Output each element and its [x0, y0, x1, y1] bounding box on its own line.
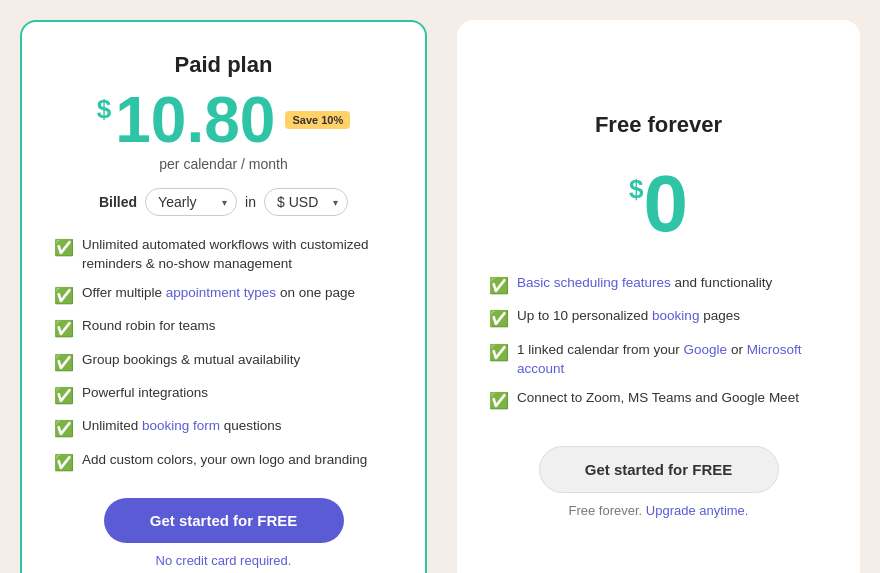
microsoft-link[interactable]: Microsoft account: [517, 342, 801, 376]
paid-price-amount: 10.80: [115, 88, 275, 152]
billed-label: Billed: [99, 194, 137, 210]
plans-container: Paid plan $ 10.80 Save 10% per calendar …: [20, 20, 860, 573]
check-icon: ✅: [54, 452, 74, 474]
billing-select-wrapper[interactable]: Monthly Yearly ▾: [145, 188, 237, 216]
list-item: ✅ Unlimited automated workflows with cus…: [54, 236, 393, 274]
list-item: ✅ Add custom colors, your own logo and b…: [54, 451, 393, 474]
list-item: ✅ Up to 10 personalized booking pages: [489, 307, 828, 330]
feature-text: Up to 10 personalized booking pages: [517, 307, 740, 326]
feature-text: 1 linked calendar from your Google or Mi…: [517, 341, 828, 379]
booking-form-link[interactable]: booking form: [142, 418, 220, 433]
check-icon: ✅: [54, 418, 74, 440]
check-icon: ✅: [54, 285, 74, 307]
check-icon: ✅: [489, 390, 509, 412]
check-icon: ✅: [54, 318, 74, 340]
check-icon: ✅: [54, 237, 74, 259]
feature-text: Add custom colors, your own logo and bra…: [82, 451, 367, 470]
upgrade-link[interactable]: Upgrade anytime.: [646, 503, 749, 518]
check-icon: ✅: [489, 308, 509, 330]
feature-text: Group bookings & mutual availability: [82, 351, 300, 370]
free-currency-symbol: $: [629, 174, 643, 205]
paid-per-period: per calendar / month: [54, 156, 393, 172]
free-plan-title: Free forever: [489, 112, 828, 138]
feature-text: Round robin for teams: [82, 317, 216, 336]
feature-text: Unlimited booking form questions: [82, 417, 282, 436]
free-footer-text: Free forever.: [569, 503, 646, 518]
paid-currency-symbol: $: [97, 96, 111, 122]
in-label: in: [245, 194, 256, 210]
appointment-types-link[interactable]: appointment types: [166, 285, 276, 300]
paid-cta-button[interactable]: Get started for FREE: [104, 498, 344, 543]
feature-text: Connect to Zoom, MS Teams and Google Mee…: [517, 389, 799, 408]
booking-pages-link[interactable]: booking: [652, 308, 699, 323]
free-plan-card: Free forever $ 0 ✅ Basic scheduling feat…: [457, 20, 860, 573]
paid-plan-card: Paid plan $ 10.80 Save 10% per calendar …: [20, 20, 427, 573]
list-item: ✅ Basic scheduling features and function…: [489, 274, 828, 297]
paid-features-list: ✅ Unlimited automated workflows with cus…: [54, 236, 393, 474]
list-item: ✅ 1 linked calendar from your Google or …: [489, 341, 828, 379]
billing-row: Billed Monthly Yearly ▾ in $ USD € EUR £…: [54, 188, 393, 216]
free-cta-button[interactable]: Get started for FREE: [539, 446, 779, 493]
list-item: ✅ Group bookings & mutual availability: [54, 351, 393, 374]
free-forever-note: Free forever. Upgrade anytime.: [489, 503, 828, 518]
list-item: ✅ Round robin for teams: [54, 317, 393, 340]
list-item: ✅ Unlimited booking form questions: [54, 417, 393, 440]
list-item: ✅ Offer multiple appointment types on on…: [54, 284, 393, 307]
currency-select-wrapper[interactable]: $ USD € EUR £ GBP ▾: [264, 188, 348, 216]
feature-text: Basic scheduling features and functional…: [517, 274, 772, 293]
basic-scheduling-link[interactable]: Basic scheduling features: [517, 275, 671, 290]
currency-select[interactable]: $ USD € EUR £ GBP: [264, 188, 348, 216]
check-icon: ✅: [54, 385, 74, 407]
check-icon: ✅: [489, 342, 509, 364]
feature-text: Powerful integrations: [82, 384, 208, 403]
list-item: ✅ Powerful integrations: [54, 384, 393, 407]
paid-plan-title: Paid plan: [54, 52, 393, 78]
billing-period-select[interactable]: Monthly Yearly: [145, 188, 237, 216]
no-credit-label: No credit card required.: [54, 553, 393, 568]
free-price-amount: 0: [643, 164, 688, 244]
check-icon: ✅: [54, 352, 74, 374]
feature-text: Offer multiple appointment types on one …: [82, 284, 355, 303]
list-item: ✅ Connect to Zoom, MS Teams and Google M…: [489, 389, 828, 412]
free-price-row: $ 0: [489, 164, 828, 244]
paid-price-row: $ 10.80 Save 10%: [54, 88, 393, 152]
free-features-list: ✅ Basic scheduling features and function…: [489, 274, 828, 422]
google-link[interactable]: Google: [684, 342, 728, 357]
save-badge: Save 10%: [285, 111, 350, 129]
feature-text: Unlimited automated workflows with custo…: [82, 236, 393, 274]
check-icon: ✅: [489, 275, 509, 297]
